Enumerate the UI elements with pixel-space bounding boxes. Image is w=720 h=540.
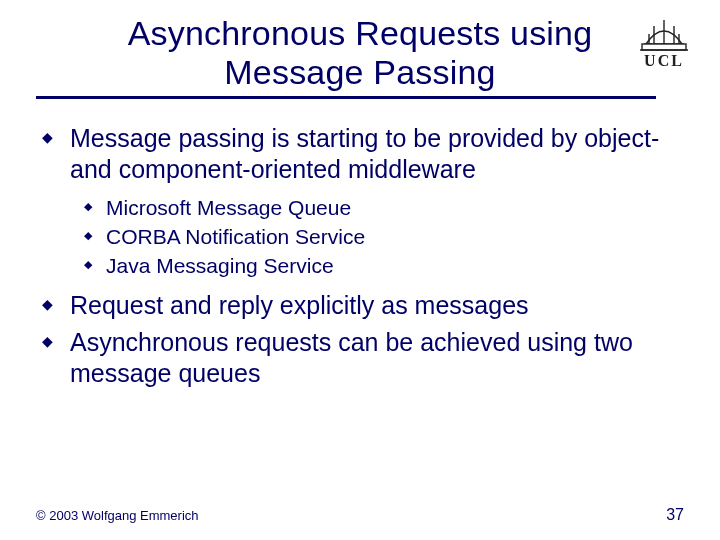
bullet-text: Asynchronous requests can be achieved us… bbox=[70, 328, 633, 387]
list-item: Java Messaging Service bbox=[84, 252, 684, 279]
footer: © 2003 Wolfgang Emmerich 37 bbox=[36, 506, 684, 524]
sub-bullet-list: Microsoft Message Queue CORBA Notificati… bbox=[84, 194, 684, 280]
list-item: Request and reply explicitly as messages bbox=[42, 290, 684, 321]
copyright: © 2003 Wolfgang Emmerich bbox=[36, 508, 199, 523]
title-block: Asynchronous Requests using Message Pass… bbox=[36, 14, 684, 105]
page-number: 37 bbox=[666, 506, 684, 524]
title-line: Asynchronous Requests using bbox=[128, 14, 593, 52]
bullet-text: CORBA Notification Service bbox=[106, 225, 365, 248]
title-underline bbox=[36, 96, 656, 99]
list-item: Microsoft Message Queue bbox=[84, 194, 684, 221]
bullet-list: Message passing is starting to be provid… bbox=[42, 123, 684, 389]
bullet-text: Microsoft Message Queue bbox=[106, 196, 351, 219]
list-item: CORBA Notification Service bbox=[84, 223, 684, 250]
bullet-text: Java Messaging Service bbox=[106, 254, 334, 277]
list-item: Message passing is starting to be provid… bbox=[42, 123, 684, 279]
slide-body: Message passing is starting to be provid… bbox=[36, 123, 684, 389]
bullet-text: Message passing is starting to be provid… bbox=[70, 124, 659, 183]
bullet-text: Request and reply explicitly as messages bbox=[70, 291, 529, 319]
slide-title: Asynchronous Requests using Message Pass… bbox=[36, 14, 684, 92]
list-item: Asynchronous requests can be achieved us… bbox=[42, 327, 684, 390]
slide: UCL Asynchronous Requests using Message … bbox=[0, 0, 720, 540]
title-line: Message Passing bbox=[224, 53, 495, 91]
